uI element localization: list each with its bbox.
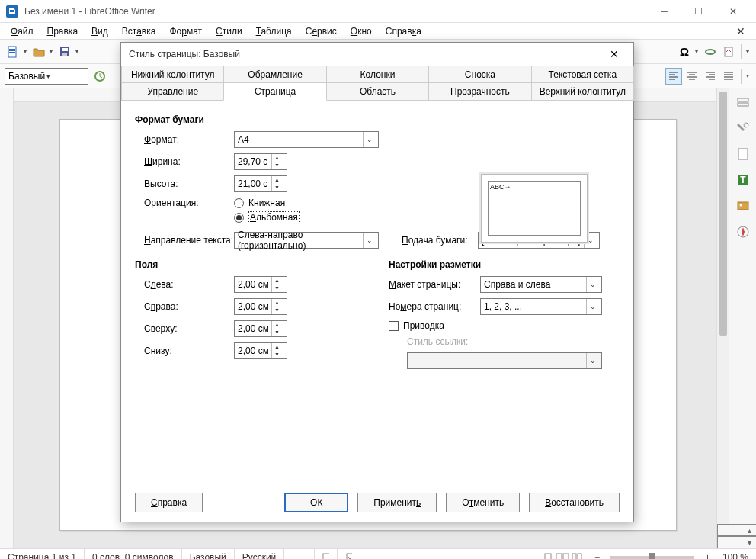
register-checkbox[interactable]: Приводка xyxy=(389,320,444,331)
tab-area[interactable]: Область xyxy=(326,82,429,101)
view-multi-icon[interactable] xyxy=(556,552,569,560)
omega-dropdown[interactable]: ▾ xyxy=(693,43,700,60)
landscape-radio[interactable]: Альбомная xyxy=(234,211,300,223)
spin-up-icon[interactable]: ▲ xyxy=(272,299,282,307)
scrollbar-vertical[interactable]: ▴ ▾ xyxy=(716,88,729,548)
scrollbar-thumb[interactable] xyxy=(719,92,727,336)
hyperlink-button[interactable] xyxy=(702,43,719,60)
navigator-icon[interactable] xyxy=(734,223,752,241)
close-document-button[interactable]: ✕ xyxy=(730,24,751,39)
spin-down-icon[interactable]: ▼ xyxy=(272,329,282,336)
menu-insert[interactable]: Вставка xyxy=(116,24,162,38)
tab-footnote[interactable]: Сноска xyxy=(428,66,531,83)
view-book-icon[interactable] xyxy=(572,552,582,560)
new-doc-button[interactable] xyxy=(5,43,21,60)
spin-down-icon[interactable]: ▼ xyxy=(272,162,282,169)
maximize-button[interactable]: ☐ xyxy=(681,0,716,23)
toolbar-overflow[interactable]: ▾ xyxy=(744,43,751,60)
save-dropdown[interactable]: ▾ xyxy=(73,43,81,60)
dialog-close-button[interactable]: ✕ xyxy=(603,43,626,66)
bottom-margin-spinbox[interactable]: ▲▼ xyxy=(234,342,287,359)
minimize-button[interactable]: ─ xyxy=(647,0,681,23)
menu-file[interactable]: Файл xyxy=(5,24,40,38)
status-selection-mode[interactable] xyxy=(315,549,338,559)
page-icon[interactable] xyxy=(734,145,752,163)
dialog-titlebar[interactable]: Стиль страницы: Базовый ✕ xyxy=(121,43,633,66)
omega-button[interactable]: Ω xyxy=(676,43,693,60)
ok-button[interactable]: ОК xyxy=(284,493,348,512)
formatting-overflow[interactable]: ▾ xyxy=(744,68,751,85)
menu-window[interactable]: Окно xyxy=(344,24,378,38)
tab-organizer[interactable]: Управление xyxy=(121,82,224,101)
portrait-radio[interactable]: Книжная xyxy=(234,198,300,208)
width-spinbox[interactable]: ▲▼ xyxy=(234,153,287,170)
pagelayout-combo[interactable]: Справа и слева⌄ xyxy=(480,276,602,293)
status-page[interactable]: Страница 1 из 1 xyxy=(0,549,85,559)
tab-textgrid[interactable]: Текстовая сетка xyxy=(531,66,634,83)
scroll-up-icon[interactable]: ▴ xyxy=(717,524,756,536)
page-nav-button[interactable] xyxy=(720,43,737,60)
spin-down-icon[interactable]: ▼ xyxy=(272,351,282,358)
save-button[interactable] xyxy=(56,43,73,60)
tab-borders[interactable]: Обрамление xyxy=(223,66,326,83)
left-margin-spinbox[interactable]: ▲▼ xyxy=(234,276,287,293)
menu-tools[interactable]: Сервис xyxy=(300,24,343,38)
sidebar-settings-icon[interactable] xyxy=(734,93,752,111)
top-margin-input[interactable] xyxy=(235,321,271,336)
close-window-button[interactable]: ✕ xyxy=(716,0,750,23)
cancel-button[interactable]: Отменить xyxy=(446,493,520,512)
width-input[interactable] xyxy=(235,154,271,169)
spin-down-icon[interactable]: ▼ xyxy=(272,184,282,191)
paragraph-style-combo[interactable]: Базовый ▾ xyxy=(5,68,88,85)
help-button[interactable]: Справка xyxy=(135,493,203,512)
menu-format[interactable]: Формат xyxy=(163,24,208,38)
status-zoom[interactable]: 100 % xyxy=(715,549,756,559)
status-words[interactable]: 0 слов, 0 символов xyxy=(85,549,182,559)
right-margin-input[interactable] xyxy=(235,299,271,314)
tab-columns[interactable]: Колонки xyxy=(326,66,429,83)
tab-transparency[interactable]: Прозрачность xyxy=(428,82,531,101)
status-insert-mode[interactable] xyxy=(284,549,315,559)
height-input[interactable] xyxy=(235,176,271,191)
tab-footer[interactable]: Нижний колонтитул xyxy=(121,66,224,83)
zoom-handle[interactable] xyxy=(649,553,655,560)
status-style[interactable]: Базовый xyxy=(182,549,235,559)
height-spinbox[interactable]: ▲▼ xyxy=(234,175,287,192)
status-signature[interactable] xyxy=(338,549,360,559)
align-center-button[interactable] xyxy=(684,68,700,85)
apply-button[interactable]: Применить xyxy=(357,493,437,512)
menu-styles[interactable]: Стили xyxy=(210,24,248,38)
menu-view[interactable]: Вид xyxy=(85,24,114,38)
bottom-margin-input[interactable] xyxy=(235,343,271,358)
top-margin-spinbox[interactable]: ▲▼ xyxy=(234,320,287,337)
zoom-slider[interactable] xyxy=(610,556,694,559)
open-button[interactable] xyxy=(30,43,47,60)
spin-up-icon[interactable]: ▲ xyxy=(272,154,282,162)
textdir-combo[interactable]: Слева-направо (горизонтально) ⌄ xyxy=(234,232,379,249)
new-doc-dropdown[interactable]: ▾ xyxy=(21,43,29,60)
view-single-icon[interactable] xyxy=(543,552,553,560)
status-lang[interactable]: Русский xyxy=(235,549,285,559)
open-dropdown[interactable]: ▾ xyxy=(47,43,55,60)
align-left-button[interactable] xyxy=(665,68,682,85)
scroll-down-icon[interactable]: ▾ xyxy=(717,536,756,548)
pagenum-combo[interactable]: 1, 2, 3, ...⌄ xyxy=(480,298,602,315)
zoom-in-button[interactable]: + xyxy=(700,552,715,560)
ruler-vertical[interactable] xyxy=(0,88,14,548)
menu-help[interactable]: Справка xyxy=(380,24,428,38)
menu-edit[interactable]: Правка xyxy=(41,24,85,38)
spin-down-icon[interactable]: ▼ xyxy=(272,284,282,292)
spin-up-icon[interactable]: ▲ xyxy=(272,176,282,184)
spin-up-icon[interactable]: ▲ xyxy=(272,277,282,284)
properties-icon[interactable] xyxy=(734,119,752,137)
left-margin-input[interactable] xyxy=(235,277,271,292)
align-justify-button[interactable] xyxy=(720,68,737,85)
align-right-button[interactable] xyxy=(702,68,719,85)
tab-page[interactable]: Страница xyxy=(223,82,326,101)
gallery-icon[interactable] xyxy=(734,197,752,215)
styles-icon[interactable]: T xyxy=(734,171,752,189)
spin-down-icon[interactable]: ▼ xyxy=(272,307,282,314)
update-style-button[interactable] xyxy=(91,68,108,85)
spin-up-icon[interactable]: ▲ xyxy=(272,321,282,329)
format-combo[interactable]: A4 ⌄ xyxy=(234,131,379,148)
